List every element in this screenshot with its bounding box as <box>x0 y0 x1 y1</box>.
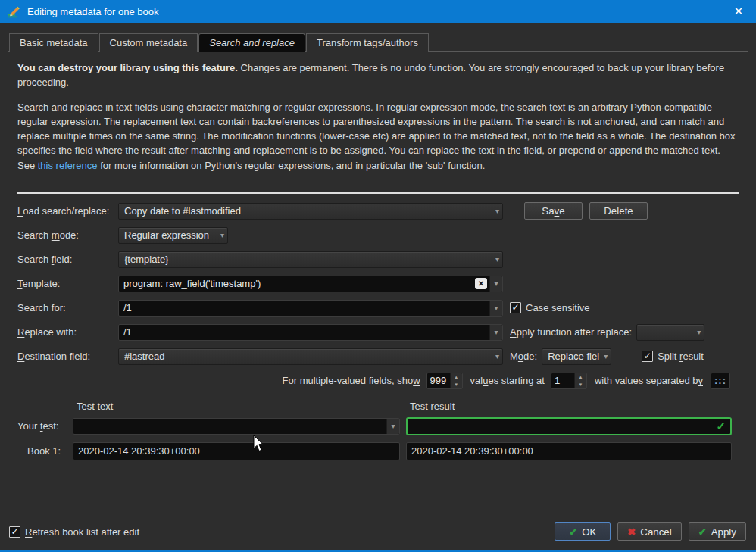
replace-with-label: Replace with: <box>17 326 118 338</box>
dropdown-arrow-icon[interactable]: ▾ <box>386 419 399 434</box>
spin-down-icon[interactable]: ▼ <box>451 381 462 388</box>
destination-field-label: Destination field: <box>17 351 118 362</box>
ok-button[interactable]: ✔ OK <box>555 522 611 541</box>
edit-metadata-icon <box>8 5 20 18</box>
start-at-spinner[interactable]: 1 ▲▼ <box>551 373 587 389</box>
dropdown-arrow-icon[interactable]: ▾ <box>489 276 502 292</box>
book1-test-text-field[interactable]: 2020-02-14 20:39:30+00:00 <box>73 442 400 460</box>
mode-label: Mode: <box>510 351 537 362</box>
checkmark-icon: ✓ <box>642 351 653 362</box>
multi-separator-label: with values separated by <box>595 375 703 386</box>
multi-start-label: values starting at <box>470 375 545 386</box>
your-test-row: Your test: ▾ ✓ <box>17 417 739 435</box>
search-for-combo[interactable]: /1 ▾ <box>118 300 503 317</box>
replace-with-combo[interactable]: /1 ▾ <box>118 324 503 341</box>
template-row: Template: program: raw_field('timestamp'… <box>17 276 739 292</box>
ok-check-icon: ✔ <box>569 526 577 538</box>
book1-row: Book 1: 2020-02-14 20:39:30+00:00 2020-0… <box>17 442 739 460</box>
apply-button[interactable]: ✔ Apply <box>689 522 746 541</box>
show-count-spinner[interactable]: 999 ▲▼ <box>426 373 463 389</box>
delete-button[interactable]: Delete <box>589 202 648 220</box>
search-mode-combo[interactable]: Regular expression ▾ <box>118 227 228 244</box>
spin-down-icon[interactable]: ▼ <box>575 381 586 388</box>
tab-search-and-replace[interactable]: Search and replace <box>198 33 305 52</box>
search-mode-label: Search mode: <box>17 229 118 241</box>
search-for-input[interactable]: /1 <box>119 302 489 313</box>
load-search-replace-row: Load search/replace: Copy date to #lastm… <box>17 203 739 220</box>
test-result-header: Test result <box>410 401 455 412</box>
mode-combo[interactable]: Replace field ▾ <box>542 348 611 365</box>
titlebar: Editing metadata for one book ✕ <box>0 0 756 23</box>
replace-with-input[interactable]: /1 <box>119 326 489 338</box>
dropdown-arrow-icon: ▾ <box>604 352 608 360</box>
tab-custom-metadata[interactable]: Custom metadata <box>99 33 198 52</box>
apply-function-label: Apply function after replace: <box>510 326 632 338</box>
warning-text: You can destroy your library using this … <box>17 61 739 90</box>
refresh-book-list-label: Refresh book list after edit <box>25 526 139 538</box>
dialog-footer: ✓ Refresh book list after edit ✔ OK ✖ Ca… <box>0 516 756 550</box>
apply-check-icon: ✔ <box>698 526 707 538</box>
template-label: Template: <box>17 278 118 289</box>
values-separator-field[interactable]: ::: <box>711 373 730 389</box>
spin-up-icon[interactable]: ▲ <box>451 373 462 381</box>
window-title: Editing metadata for one book <box>27 6 158 17</box>
tab-bar: Basic metadata Custom metadata Search an… <box>9 33 748 51</box>
book1-test-result-field[interactable]: 2020-02-14 20:39:30+00:00 <box>406 442 732 460</box>
case-sensitive-label: Case sensitive <box>526 302 590 313</box>
load-search-replace-label: Load search/replace: <box>17 205 118 217</box>
description-after: for more information on Python's regular… <box>98 160 486 171</box>
your-test-label: Your test: <box>17 420 73 432</box>
separator-line <box>17 192 739 194</box>
search-field-combo[interactable]: {template} ▾ <box>118 251 503 268</box>
dropdown-arrow-icon: ▾ <box>697 328 701 336</box>
destination-field-combo[interactable]: #lastread ▾ <box>118 348 503 365</box>
replace-with-row: Replace with: /1 ▾ Apply function after … <box>17 324 739 341</box>
clear-icon[interactable]: ✕ <box>475 278 487 289</box>
dropdown-arrow-icon: ▾ <box>220 231 224 239</box>
load-search-replace-combo[interactable]: Copy date to #lastmodified ▾ <box>118 203 503 220</box>
close-icon[interactable]: ✕ <box>721 0 756 23</box>
case-sensitive-checkbox[interactable]: ✓ Case sensitive <box>510 302 590 313</box>
dropdown-arrow-icon[interactable]: ▾ <box>489 301 502 316</box>
dialog-body: Basic metadata Custom metadata Search an… <box>0 23 756 516</box>
cancel-button[interactable]: ✖ Cancel <box>617 522 681 541</box>
split-result-checkbox[interactable]: ✓ Split result <box>642 351 704 362</box>
multi-show-label: For multiple-valued fields, show <box>283 375 420 386</box>
result-ok-check-icon: ✓ <box>716 419 726 433</box>
dropdown-arrow-icon[interactable]: ▾ <box>489 325 502 340</box>
template-combo[interactable]: program: raw_field('timestamp') ✕ ▾ <box>118 276 503 292</box>
dropdown-arrow-icon: ▾ <box>495 207 499 215</box>
test-text-header: Test text <box>77 401 410 412</box>
warning-bold: You can destroy your library using this … <box>17 62 238 73</box>
your-test-combo[interactable]: ▾ <box>73 418 400 435</box>
dropdown-arrow-icon: ▾ <box>495 255 499 264</box>
destination-field-row: Destination field: #lastread ▾ Mode: Rep… <box>17 348 739 365</box>
save-button[interactable]: Save <box>524 202 583 220</box>
template-input[interactable]: program: raw_field('timestamp') <box>119 278 475 289</box>
tab-basic-metadata[interactable]: Basic metadata <box>9 33 98 52</box>
description-text: Search and replace in text fields using … <box>17 100 739 173</box>
tab-transform-tags-authors[interactable]: Transform tags/authors <box>306 33 429 52</box>
apply-function-combo[interactable]: ▾ <box>636 324 704 341</box>
dropdown-arrow-icon: ▾ <box>495 352 499 360</box>
search-replace-panel: You can destroy your library using this … <box>8 51 748 516</box>
footer-buttons: ✔ OK ✖ Cancel ✔ Apply <box>555 522 746 541</box>
search-field-row: Search field: {template} ▾ <box>17 251 739 268</box>
test-header-row: Test text Test result <box>17 401 739 412</box>
multiple-values-row: For multiple-valued fields, show 999 ▲▼ … <box>17 373 739 389</box>
search-for-label: Search for: <box>17 302 118 313</box>
checkmark-icon: ✓ <box>510 302 521 313</box>
search-field-label: Search field: <box>17 254 118 265</box>
checkmark-icon: ✓ <box>9 526 20 538</box>
refresh-book-list-checkbox[interactable]: ✓ Refresh book list after edit <box>9 526 139 538</box>
search-for-row: Search for: /1 ▾ ✓ Case sensitive <box>17 300 739 317</box>
reference-link[interactable]: this reference <box>38 160 98 171</box>
cancel-x-icon: ✖ <box>627 526 636 538</box>
your-test-result-field[interactable]: ✓ <box>406 417 732 435</box>
book1-label: Book 1: <box>17 445 73 457</box>
edit-metadata-dialog: { "window": { "title": "Editing metadata… <box>0 0 756 552</box>
split-result-label: Split result <box>658 351 704 362</box>
spin-up-icon[interactable]: ▲ <box>575 373 586 381</box>
search-mode-row: Search mode: Regular expression ▾ <box>17 227 739 244</box>
